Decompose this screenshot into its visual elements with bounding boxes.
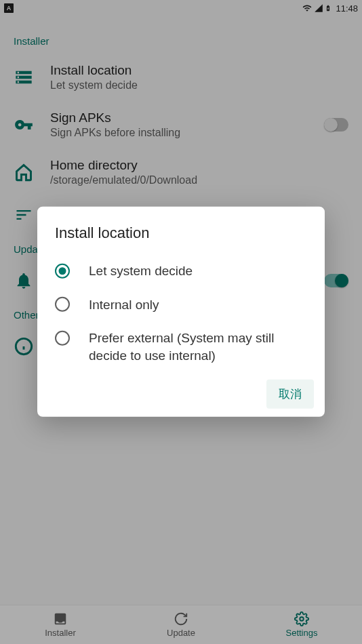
dialog-title: Install location <box>37 224 325 254</box>
radio-unchecked-icon <box>55 297 70 312</box>
option-label: Prefer external (System may still decide… <box>89 329 307 364</box>
option-prefer-external[interactable]: Prefer external (System may still decide… <box>37 321 325 372</box>
install-location-dialog: Install location Let system decide Inter… <box>37 207 325 417</box>
radio-unchecked-icon <box>55 331 70 346</box>
cancel-button[interactable]: 取消 <box>266 379 314 408</box>
option-label: Let system decide <box>89 262 193 280</box>
option-internal-only[interactable]: Internal only <box>37 287 325 321</box>
option-let-system-decide[interactable]: Let system decide <box>37 254 325 288</box>
radio-checked-icon <box>55 264 70 279</box>
option-label: Internal only <box>89 296 159 313</box>
